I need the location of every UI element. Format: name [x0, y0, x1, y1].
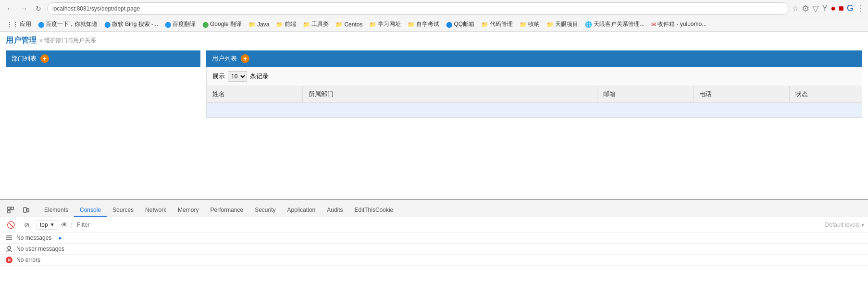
extension-icon-5[interactable]: ■: [839, 3, 844, 13]
inbox-icon: ✉: [651, 21, 656, 28]
bm-baidu[interactable]: ⬤ 百度一下，你就知道: [35, 19, 100, 29]
back-button[interactable]: ←: [4, 3, 15, 14]
bm-google[interactable]: ⬤ Google 翻译: [199, 19, 245, 29]
tab-audits[interactable]: Audits: [321, 204, 348, 217]
context-chevron-icon: ▼: [50, 222, 55, 227]
page-content: 用户管理 » 维护部门与用户关系 部门列表 + 用: [0, 32, 868, 199]
svg-rect-0: [8, 207, 10, 209]
bm-code[interactable]: 📁 代码管理: [478, 19, 516, 29]
user-add-button[interactable]: +: [241, 54, 249, 63]
bm-code-label: 代码管理: [490, 20, 513, 28]
console-no-messages: No messages ▸: [0, 233, 868, 244]
collect-folder-icon: 📁: [520, 21, 527, 28]
extension-icon-3[interactable]: Y: [822, 3, 828, 13]
menu-button[interactable]: ⋮: [856, 4, 864, 13]
bm-collect[interactable]: 📁 收纳: [517, 19, 543, 29]
tab-memory[interactable]: Memory: [172, 204, 204, 217]
tab-security[interactable]: Security: [249, 204, 281, 217]
google-icon: ⬤: [202, 21, 209, 28]
no-user-messages-text: No user messages: [16, 246, 64, 252]
device-toolbar-icon[interactable]: [19, 203, 33, 217]
default-levels-label[interactable]: Default levels ▾: [825, 221, 864, 228]
filter-toggle-icon[interactable]: ⊘: [20, 218, 34, 232]
page-title-bar: 用户管理 » 维护部门与用户关系: [6, 36, 862, 46]
browser-frame: ← → ↻ localhost:8081/sys/dept/dept.page …: [0, 0, 868, 295]
bm-frontend-label: 前端: [285, 20, 296, 28]
tab-console[interactable]: Console: [74, 204, 107, 217]
extension-icon-1[interactable]: ⚙: [802, 3, 809, 14]
console-no-errors: ✕ No errors: [0, 255, 868, 266]
svg-point-8: [8, 246, 11, 249]
col-dept: 所属部门: [303, 86, 597, 102]
extension-icon-6[interactable]: G: [847, 3, 854, 13]
svg-rect-1: [8, 210, 10, 213]
tianyan-folder-icon: 📁: [546, 21, 554, 28]
bm-google-label: Google 翻译: [210, 20, 242, 28]
list-icon: [6, 234, 12, 241]
user-icon: [6, 246, 12, 252]
context-value: top: [40, 221, 48, 228]
tab-editthiscookie[interactable]: EditThisCookie: [349, 204, 399, 217]
bm-centos[interactable]: 📁 Centos: [333, 20, 365, 29]
bm-tianyan-crm-label: 天眼客户关系管理...: [594, 20, 645, 28]
address-text: localhost:8081/sys/dept/dept.page: [52, 5, 140, 12]
bm-learning-label: 学习网址: [378, 20, 401, 28]
levels-chevron-icon: ▾: [861, 221, 864, 228]
extension-icon-2[interactable]: ▽: [812, 3, 819, 14]
bookmarks-bar: ⋮⋮ 应用 ⬤ 百度一下，你就知道 ⬤ 微软 Bing 搜索 -... ⬤ 百度…: [0, 17, 868, 32]
eye-icon[interactable]: 👁: [61, 221, 68, 229]
baidufanyi-icon: ⬤: [165, 21, 171, 28]
console-messages: No messages ▸ No user messages ✕ No erro…: [0, 233, 868, 295]
qqmail-icon: ⬤: [446, 21, 452, 28]
col-status: 状态: [790, 86, 862, 102]
baidu-icon: ⬤: [38, 21, 44, 28]
bm-tianyan-crm[interactable]: 🌐 天眼客户关系管理...: [582, 19, 647, 29]
messages-expand-icon[interactable]: ▸: [59, 234, 62, 241]
clear-console-icon[interactable]: 🚫: [4, 218, 17, 232]
bm-bing[interactable]: ⬤ 微软 Bing 搜索 -...: [101, 19, 161, 29]
breadcrumb-text: 维护部门与用户关系: [44, 37, 96, 44]
tab-network[interactable]: Network: [139, 204, 172, 217]
devtools-panel: Elements Console Sources Network Memory …: [0, 199, 868, 295]
col-phone: 电话: [694, 86, 790, 102]
nav-bar: ← → ↻ localhost:8081/sys/dept/dept.page …: [0, 0, 868, 17]
bm-tools-label: 工具类: [311, 20, 329, 28]
address-bar[interactable]: localhost:8081/sys/dept/dept.page: [47, 2, 789, 15]
bm-selfstudy[interactable]: 📁 自学考试: [405, 19, 442, 29]
extension-icon-4[interactable]: ●: [831, 3, 836, 13]
user-table-container: 展示 10 25 50 条记录 姓名 所属部门 邮箱: [206, 67, 862, 118]
tab-sources[interactable]: Sources: [107, 204, 139, 217]
centos-folder-icon: 📁: [335, 21, 343, 28]
bm-baidufanyi-label: 百度翻译: [173, 20, 196, 28]
col-name: 姓名: [207, 86, 303, 102]
tab-performance[interactable]: Performance: [204, 204, 249, 217]
refresh-button[interactable]: ↻: [33, 3, 44, 14]
context-selector[interactable]: top ▼: [37, 220, 58, 230]
bm-baidufanyi[interactable]: ⬤ 百度翻译: [162, 19, 198, 29]
inspect-element-icon[interactable]: [4, 203, 17, 217]
bm-java[interactable]: 📁 Java: [246, 20, 272, 29]
table-controls: 展示 10 25 50 条记录: [207, 67, 862, 86]
records-per-page-select[interactable]: 10 25 50: [228, 71, 247, 82]
console-filter-input[interactable]: [75, 219, 822, 231]
bookmark-star-icon[interactable]: ☆: [792, 4, 799, 13]
bm-tianyan-project[interactable]: 📁 天眼项目: [544, 19, 581, 29]
dept-add-button[interactable]: +: [40, 54, 49, 63]
records-label: 条记录: [250, 72, 269, 81]
bm-inbox[interactable]: ✉ 收件箱 - yuluomo...: [648, 19, 709, 29]
bm-inbox-label: 收件箱 - yuluomo...: [657, 20, 707, 28]
bm-learning[interactable]: 📁 学习网址: [366, 19, 404, 29]
bm-qq-mail[interactable]: ⬤ QQ邮箱: [443, 19, 477, 29]
bm-frontend[interactable]: 📁 前端: [273, 19, 299, 29]
tab-application[interactable]: Application: [282, 204, 322, 217]
bm-apps[interactable]: ⋮⋮ 应用: [4, 19, 34, 29]
tab-elements[interactable]: Elements: [38, 204, 74, 217]
svg-rect-3: [24, 208, 26, 212]
bm-apps-label: 应用: [20, 20, 31, 28]
no-messages-text: No messages: [16, 234, 51, 241]
console-toolbar: 🚫 ⊘ top ▼ 👁 | Default levels ▾: [0, 217, 868, 233]
bm-tools[interactable]: 📁 工具类: [300, 19, 332, 29]
forward-button[interactable]: →: [18, 3, 30, 14]
two-column-layout: 部门列表 + 用户列表 + 展示 10: [6, 50, 862, 118]
dept-panel-header: 部门列表 +: [6, 50, 200, 67]
